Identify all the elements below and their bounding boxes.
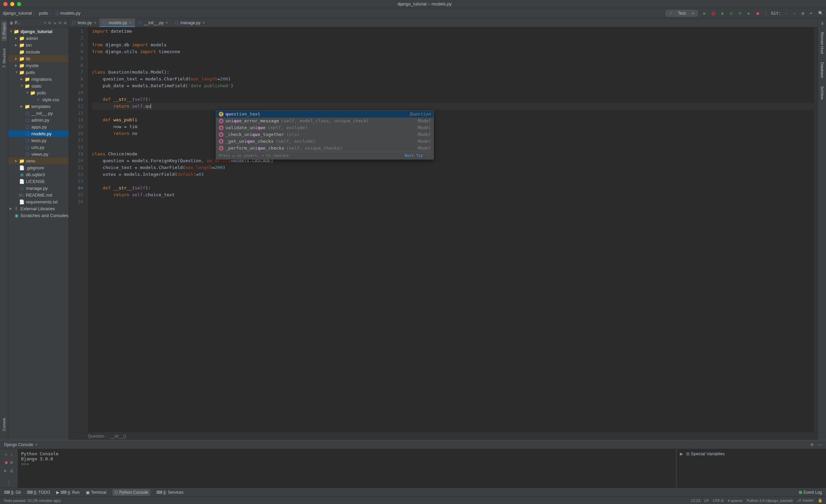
chevron-down-icon[interactable]: ▾ [44, 20, 46, 25]
tree-row[interactable]: ⬡manage.py [8, 185, 68, 192]
tree-row[interactable]: ▶📁migrations [8, 76, 68, 82]
tool-window-button[interactable]: ⌨ 8: Services [156, 490, 184, 495]
ac-next-tip[interactable]: Next Tip [405, 152, 423, 159]
tree-row[interactable]: ▼📁static [8, 82, 68, 89]
minimize-window-button[interactable] [10, 2, 14, 6]
editor-tab[interactable]: ⬡manage.py× [171, 18, 208, 27]
profile-button[interactable]: ◷ [729, 11, 734, 16]
event-log-button[interactable]: Event Log [799, 490, 822, 495]
close-icon[interactable]: × [35, 442, 37, 447]
code-content[interactable]: fquestion_textQuestionmunique_error_mess… [88, 27, 814, 432]
tree-row[interactable]: 📄LICENSE [8, 178, 68, 185]
hide-icon[interactable]: — [818, 442, 822, 447]
editor-gutter[interactable]: 1234567891011o↑1213141516171819202122232… [69, 27, 88, 432]
concurrency-button[interactable]: ⊟ [737, 11, 743, 16]
tree-row[interactable]: 📄requirements.txt [8, 198, 68, 205]
tool-window-button[interactable]: ⬡ Python Console [112, 489, 150, 496]
run-button[interactable]: ▶ [702, 11, 707, 16]
debug-button[interactable]: 🐞 [711, 11, 716, 16]
sciview-tool-tab[interactable]: SciView [820, 84, 825, 102]
autocomplete-item[interactable]: m_check_unique_together(cls)Model [216, 131, 433, 138]
editor-tab[interactable]: ⬡models.py× [100, 18, 135, 27]
close-window-button[interactable] [3, 2, 7, 6]
tree-row[interactable]: ≣db.sqlite3 [8, 171, 68, 178]
git-rollback-button[interactable]: ↶ [808, 11, 814, 16]
gear-icon[interactable]: ✻ [64, 20, 66, 25]
expand-all-button[interactable]: ⇲ [53, 20, 56, 25]
tree-row[interactable]: #style.css [8, 96, 68, 103]
tree-row[interactable]: ⬡urls.py [8, 144, 68, 151]
more-icon[interactable]: ⋮ [427, 152, 431, 159]
console-settings-icon[interactable]: ⊞ [10, 460, 13, 465]
maximize-window-button[interactable] [17, 2, 21, 6]
git-branch[interactable]: ⎇ master [797, 498, 814, 503]
editor-tab[interactable]: ⬡__init__.py× [135, 18, 171, 27]
close-icon[interactable]: × [166, 20, 168, 25]
gear-icon[interactable]: ✻ [810, 442, 814, 447]
tree-row[interactable]: ▼📁django_tutorial [8, 28, 68, 35]
tree-row[interactable]: ⬡models.py [8, 130, 68, 137]
execute-button[interactable]: ▶ [4, 468, 6, 473]
line-separator[interactable]: LF [704, 499, 709, 503]
git-update-button[interactable]: ✓ [784, 11, 789, 16]
git-history-button[interactable]: ◷ [800, 11, 806, 16]
project-tool-tab[interactable]: 1: Project [1, 21, 7, 41]
code-editor[interactable]: 1234567891011o↑1213141516171819202122232… [69, 27, 818, 432]
tree-row[interactable]: ⬡__init__.py [8, 110, 68, 117]
structure-tool-tab[interactable]: 7: Structure [1, 46, 7, 70]
tool-window-button[interactable]: ▣ Terminal [86, 490, 106, 495]
run-anything-button[interactable]: ▶ [746, 11, 752, 16]
commit-tool-tab[interactable]: Commit [1, 416, 7, 433]
tree-row[interactable]: ▶⫴External Libraries [8, 205, 68, 212]
run-config-dropdown[interactable]: ✓ Test: ▾ [666, 10, 698, 17]
tree-row[interactable]: ⬡views.py [8, 151, 68, 157]
close-icon[interactable]: × [203, 20, 205, 25]
console-tab[interactable]: Django Console [4, 442, 33, 447]
editor-breadcrumbs[interactable]: Question › __str__() [69, 432, 818, 440]
project-tree[interactable]: ▼📁django_tutorial▶📁admin▶📁bin📁include▶📁l… [8, 27, 68, 440]
autocomplete-item[interactable]: munique_error_message(self, model_class,… [216, 118, 433, 124]
tree-row[interactable]: 📄.gitignore [8, 164, 68, 171]
tree-row[interactable]: ⬡apps.py [8, 123, 68, 130]
editor-tab[interactable]: ⬡tests.py× [69, 18, 100, 27]
more-icon[interactable]: ⋮ [7, 480, 11, 485]
tree-row[interactable]: ▶📁bin [8, 42, 68, 48]
breadcrumb[interactable]: django_tutorial 〉 polls 〉 ⬡ models.py [3, 10, 80, 16]
autocomplete-popup[interactable]: fquestion_textQuestionmunique_error_mess… [216, 110, 434, 159]
tree-row[interactable]: ▶📁templates [8, 103, 68, 110]
tree-row[interactable]: ▶📁mysite [8, 62, 68, 69]
tree-row[interactable]: M↓README.md [8, 192, 68, 198]
coverage-button[interactable]: ◉ [720, 11, 725, 16]
project-header-label[interactable]: P... [15, 20, 42, 25]
tree-row[interactable]: ⬡tests.py [8, 137, 68, 144]
tree-row[interactable]: ◉Scratches and Consoles [8, 212, 68, 219]
tree-row[interactable]: 📁include [8, 48, 68, 55]
tool-window-button[interactable]: ⌨ 9: Git [4, 490, 21, 495]
database-tool-tab[interactable]: Database [820, 60, 825, 80]
tree-row[interactable]: ▶📁admin [8, 35, 68, 42]
breadcrumb-item[interactable]: models.py [60, 11, 80, 16]
search-everywhere-button[interactable]: 🔍 [818, 11, 823, 16]
autocomplete-item[interactable]: m_perform_unique_checks(self, unique_che… [216, 145, 433, 152]
tree-row[interactable]: ▶📁lib [8, 55, 68, 62]
collapse-all-button[interactable]: ⊟ [59, 20, 61, 25]
tool-window-button[interactable]: ⌨ 6: TODO [27, 490, 50, 495]
caret-position[interactable]: 12:23 [691, 499, 701, 503]
console-output[interactable]: Python Console Django 3.0.6 >>> [18, 449, 676, 488]
autocomplete-item[interactable]: fquestion_textQuestion [216, 111, 433, 118]
git-commit-button[interactable]: ✓ [792, 11, 797, 16]
autocomplete-item[interactable]: m_get_unique_checks(self, exclude)Model [216, 138, 433, 145]
interpreter[interactable]: Python 3.8 (django_tutorial) [747, 499, 793, 503]
tree-row[interactable]: ⬡admin.py [8, 117, 68, 123]
tree-row[interactable]: ▶📁venv [8, 157, 68, 164]
indent[interactable]: 4 spaces [728, 499, 743, 503]
stop-button[interactable]: ↓ [10, 452, 13, 457]
console-variables[interactable]: ▶ ⊞ Special Variables [676, 449, 826, 488]
console-history-icon[interactable]: 🖨 [10, 468, 14, 473]
stop-console-button[interactable]: ■ [5, 460, 7, 465]
remote-host-tool-tab[interactable]: Remote Host [820, 30, 825, 56]
breadcrumb-item[interactable]: polls [39, 11, 48, 16]
tree-row[interactable]: ▼📁polls [8, 89, 68, 96]
select-opened-file-button[interactable]: ⊕ [48, 20, 51, 25]
close-icon[interactable]: × [94, 20, 96, 25]
